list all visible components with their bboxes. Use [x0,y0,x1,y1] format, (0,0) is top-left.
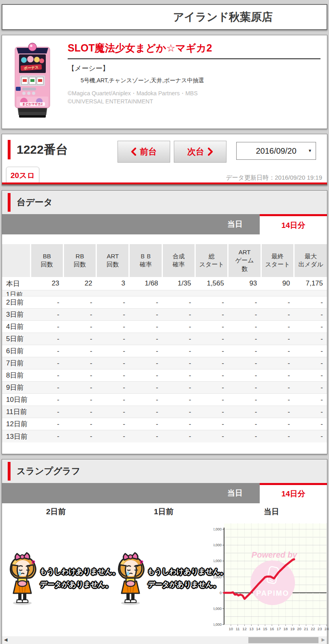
tab-14days[interactable]: 14日分 [260,214,327,234]
table-cell: - [195,406,228,418]
table-cell: 1,565 [195,277,228,290]
table-cell: - [261,309,294,321]
table-cell: - [63,369,96,382]
col-header: 最終 スタート [261,244,294,277]
table-row: 10日前--------- [2,394,327,406]
table-cell: - [162,430,195,442]
table-cell [30,290,63,296]
row-label: 6日前 [2,345,30,357]
table-cell: - [162,309,195,321]
table-cell: - [63,296,96,309]
table-cell: - [30,321,63,333]
table-row: 4日前--------- [2,321,327,333]
table-cell: - [96,333,129,345]
table-cell: - [129,394,162,406]
table-cell [228,290,261,296]
table-cell: - [195,369,228,382]
table-cell: - [162,418,195,430]
x-tick-label: 11 [236,627,240,631]
date-select[interactable]: 2016/09/20 ▼ [236,142,316,160]
table-cell: - [129,296,162,309]
unit-number: 1222番台 [8,140,68,159]
x-tick-label: 14 [256,627,261,631]
machine-data-panel: 台データ 当日 14日分 BB 回数RB 回数ART 回数ＢＢ 確率合成 確率総… [2,190,327,454]
table-cell: - [195,333,228,345]
machine-image: ボーナス まどかマギカ2 [10,41,55,119]
row-label: 7日前 [2,357,30,369]
scrollbar-thumb[interactable] [248,637,318,643]
table-cell: - [129,369,162,382]
table-cell: - [162,406,195,418]
row-label: 10日前 [2,394,30,406]
red-bar [8,193,11,212]
col-header-empty [2,244,30,277]
store-name: アイランド秋葉原店 [2,5,327,29]
col-header: RB 回数 [63,244,96,277]
x-tick-label: 10 [229,627,233,631]
table-cell: - [30,357,63,369]
row-label: 5日前 [2,333,30,345]
y-tick-label: 9,000 [214,543,222,547]
scroll-right-icon[interactable]: ▶ [322,637,325,642]
table-cell: - [228,406,261,418]
slump-graph-panel: スランプグラフ 当日 14日分 2日前 1日前 当日 P [2,459,327,644]
table-cell: - [30,406,63,418]
table-cell: - [162,321,195,333]
table-cell: - [63,382,96,394]
table-cell: - [228,345,261,357]
table-cell: - [96,430,129,442]
table-cell: - [294,418,327,430]
table-cell: - [63,406,96,418]
table-cell: - [129,357,162,369]
chevron-left-icon [131,148,136,156]
graph-tab-today[interactable]: 当日 [227,483,243,503]
no-data-message-1: もうしわけありません。 データがありません。 [40,565,113,591]
table-cell: - [63,321,96,333]
red-divider [2,182,327,185]
data-updated-timestamp: データ更新日時：2016/09/20 19:19 [226,174,322,182]
horizontal-scrollbar[interactable]: ◀ ▶ [2,636,327,644]
table-cell: - [30,430,63,442]
table-cell: - [96,296,129,309]
table-cell: 3 [96,277,129,290]
table-cell: - [228,309,261,321]
table-cell: - [294,430,327,442]
table-cell: - [228,296,261,309]
row-label: 8日前 [2,369,30,382]
table-cell: - [96,357,129,369]
table-cell: - [261,296,294,309]
y-tick-label: 0 [220,590,222,595]
x-tick-label: 15 [263,627,267,631]
table-cell: 7,175 [294,277,327,290]
table-cell: 90 [261,277,294,290]
table-cell: - [195,418,228,430]
graph-section-header: スランプグラフ [2,459,327,483]
table-cell: - [228,418,261,430]
table-cell: - [162,345,195,357]
table-cell: - [30,296,63,309]
table-cell: - [228,321,261,333]
table-row: 8日前--------- [2,369,327,382]
table-row: 7日前--------- [2,357,327,369]
table-cell: - [96,394,129,406]
table-row: 9日前--------- [2,382,327,394]
graph-tab-14days[interactable]: 14日分 [260,483,327,503]
table-cell: - [195,357,228,369]
copyright-line-1: ©Magica Quartet/Aniplex・Madoka Partners・… [68,89,321,97]
table-cell: - [294,309,327,321]
x-tick-label: 20 [297,627,301,631]
next-unit-button[interactable]: 次台 [174,141,226,163]
svg-text:P: P [32,559,35,565]
prev-unit-button[interactable]: 前台 [118,141,170,163]
scroll-left-icon[interactable]: ◀ [4,637,7,642]
table-cell: - [261,418,294,430]
data-table-head: BB 回数RB 回数ART 回数ＢＢ 確率合成 確率総 スタートART ゲーム … [2,244,327,277]
table-cell: - [63,333,96,345]
graph-col-2daysago: 2日前 [2,507,110,517]
next-unit-label: 次台 [187,146,204,157]
data-section-title: 台データ [17,196,53,208]
table-cell: - [129,321,162,333]
table-cell: - [294,296,327,309]
tab-today[interactable]: 当日 [227,214,243,234]
copyright-line-2: ©UNIVERSAL ENTERTAINMENT [68,97,321,105]
